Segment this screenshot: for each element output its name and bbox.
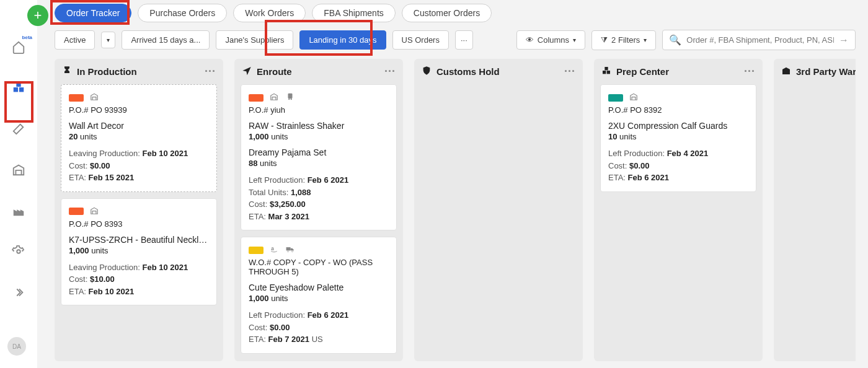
column-title: Enroute: [257, 66, 292, 77]
warehouse-icon: [12, 163, 25, 179]
filter-us-orders[interactable]: US Orders: [392, 30, 449, 50]
column-header: Enroute ···: [234, 59, 403, 84]
svg-point-10: [291, 250, 293, 252]
add-button[interactable]: +: [27, 5, 48, 26]
product-name: Cute Eyeshadow Palette: [249, 283, 389, 292]
filter-arrived[interactable]: Arrived 15 days a...: [122, 30, 210, 50]
product-name: RAW - Strainless Shaker: [249, 121, 389, 131]
meta-line: Total Units: 1,088: [249, 186, 389, 199]
filter-more[interactable]: ···: [455, 30, 473, 50]
columns-label: Columns: [538, 35, 569, 45]
column-header: Customs Hold ···: [414, 59, 583, 84]
product-units: 1,000 units: [249, 132, 389, 141]
po-number: P.O.# PO 8393: [69, 219, 209, 229]
card-meta: Leaving Production: Feb 10 2021Cost: $0.…: [69, 147, 209, 184]
svg-rect-8: [286, 247, 291, 250]
tab-work-orders[interactable]: Work Orders: [233, 4, 306, 22]
factory-icon: [12, 204, 25, 220]
filter-label: Active: [64, 35, 86, 45]
hourglass-icon: [62, 66, 72, 77]
order-card[interactable]: P.O.# PO 8393 K7-UPSS-ZRCH - Beautiful N…: [61, 198, 217, 306]
column-header: In Production ···: [55, 59, 223, 84]
order-card[interactable]: P.O.# PO 8392 2XU Compression Calf Guard…: [600, 84, 756, 192]
top-tabs: Order Tracker Purchase Orders Work Order…: [55, 4, 856, 22]
po-number: P.O.# PO 8392: [608, 105, 748, 115]
order-card[interactable]: P.O.# PO 93939 Wall Art Decor 20 units L…: [61, 84, 217, 192]
meta-line: Cost: $0.00: [608, 160, 748, 172]
kanban-column: Customs Hold ···: [414, 59, 583, 361]
search-icon: 🔍: [669, 34, 681, 46]
meta-line: ETA: Feb 7 2021 US: [249, 333, 389, 346]
svg-point-9: [287, 250, 288, 252]
search-input[interactable]: [686, 35, 834, 45]
svg-rect-2: [16, 82, 20, 87]
product-name: Wall Art Decor: [69, 121, 209, 131]
column-title: In Production: [77, 66, 137, 77]
nav-home[interactable]: [7, 37, 30, 59]
column-header: 3rd Party Warehouse ···: [774, 59, 856, 84]
svg-text:a: a: [271, 246, 274, 252]
boxes-icon: [12, 81, 25, 97]
train-icon: [285, 92, 296, 103]
nav-tools[interactable]: [7, 119, 30, 141]
svg-point-3: [17, 250, 20, 253]
meta-line: Left Production: Feb 6 2021: [249, 309, 389, 322]
filter-active[interactable]: Active: [55, 30, 95, 50]
card-meta: Left Production: Feb 4 2021Cost: $0.00ET…: [608, 147, 748, 184]
column-menu[interactable]: ···: [205, 65, 216, 78]
arrow-right-icon[interactable]: →: [839, 35, 849, 46]
chevron-right-icon: [12, 286, 25, 302]
kanban-column: Enroute ··· P.O.# yiuh RAW - Strainless …: [234, 59, 403, 361]
column-menu[interactable]: ···: [744, 65, 755, 78]
svg-point-5: [288, 99, 290, 100]
amazon-icon: a: [268, 245, 280, 255]
filter-suppliers[interactable]: Jane's Suppliers: [216, 30, 293, 50]
status-chip: [249, 94, 264, 102]
warehouse-icon: [781, 66, 791, 77]
status-chip: [69, 94, 84, 102]
shield-icon: [422, 66, 432, 77]
column-title: 3rd Party Warehouse: [796, 66, 856, 77]
filter-landing[interactable]: Landing in 30 days: [299, 30, 386, 50]
beta-badge: beta: [22, 35, 32, 40]
column-menu[interactable]: ···: [384, 65, 396, 78]
warehouse-icon: [89, 92, 100, 103]
tab-fba-shipments[interactable]: FBA Shipments: [312, 4, 396, 22]
column-body: P.O.# yiuh RAW - Strainless Shaker 1,000…: [234, 84, 403, 361]
order-card[interactable]: P.O.# yiuh RAW - Strainless Shaker 1,000…: [241, 84, 397, 230]
tab-purchase-orders[interactable]: Purchase Orders: [138, 4, 227, 22]
nav-settings[interactable]: [7, 242, 30, 264]
po-number: W.O.# COPY - COPY - WO (PASS THROUGH 5): [249, 258, 389, 276]
filter-icon: ⧩: [601, 35, 608, 45]
card-meta: Leaving Production: Feb 10 2021Cost: $10…: [69, 261, 209, 298]
meta-line: Leaving Production: Feb 10 2021: [69, 147, 209, 160]
sidebar: beta DA: [0, 0, 37, 368]
columns-toggle[interactable]: 👁 Columns ▾: [516, 30, 585, 50]
search-box[interactable]: 🔍 →: [662, 30, 856, 50]
svg-point-6: [291, 99, 292, 100]
column-body: P.O.# PO 8392 2XU Compression Calf Guard…: [594, 84, 763, 361]
filters-toggle[interactable]: ⧩ 2 Filters ▾: [591, 30, 656, 50]
tab-order-tracker[interactable]: Order Tracker: [55, 4, 131, 22]
card-status-icons: [69, 206, 209, 217]
svg-rect-1: [19, 87, 24, 92]
nav-warehouse[interactable]: [7, 160, 30, 182]
kanban-board: In Production ··· P.O.# PO 93939 Wall Ar…: [55, 59, 856, 361]
order-card[interactable]: a W.O.# COPY - COPY - WO (PASS THROUGH 5…: [241, 237, 397, 354]
avatar[interactable]: DA: [7, 337, 26, 356]
filter-active-caret[interactable]: ▾: [101, 32, 115, 48]
column-body: [774, 84, 856, 361]
nav-expand[interactable]: [7, 283, 30, 305]
compass-icon: [242, 66, 252, 77]
svg-rect-0: [14, 87, 18, 92]
kanban-column: Prep Center ··· P.O.# PO 8392 2XU Compre…: [594, 59, 763, 361]
product-units: 1,000 units: [249, 294, 389, 303]
boxes-icon: [601, 66, 611, 77]
tab-customer-orders[interactable]: Customer Orders: [402, 4, 492, 22]
column-menu[interactable]: ···: [564, 65, 575, 78]
po-number: P.O.# yiuh: [249, 105, 389, 115]
meta-line: ETA: Feb 6 2021: [608, 172, 748, 184]
nav-orders[interactable]: [7, 78, 30, 100]
warehouse-icon: [628, 92, 639, 103]
nav-factory[interactable]: [7, 201, 30, 223]
